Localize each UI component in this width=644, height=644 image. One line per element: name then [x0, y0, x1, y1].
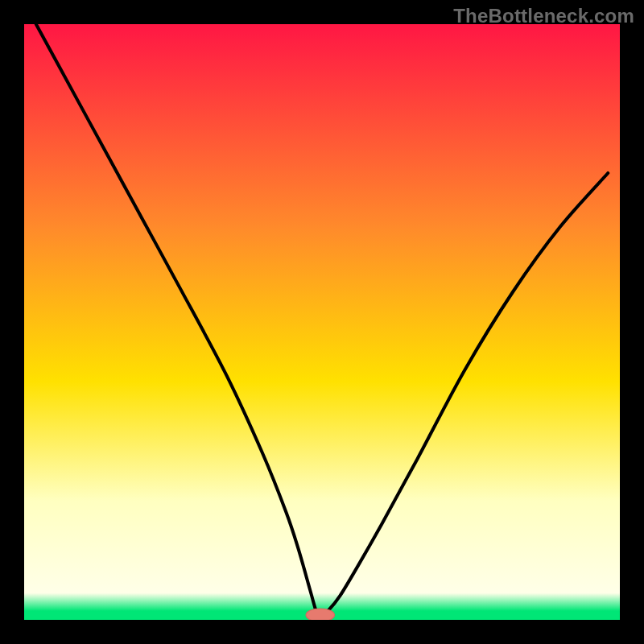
watermark-text: TheBottleneck.com [453, 5, 634, 27]
chart-plot-area [24, 24, 620, 620]
chart-stage: TheBottleneck.com [0, 0, 644, 644]
chart-svg [24, 24, 620, 620]
chart-background-gradient [24, 24, 620, 620]
optimal-marker [306, 609, 335, 620]
